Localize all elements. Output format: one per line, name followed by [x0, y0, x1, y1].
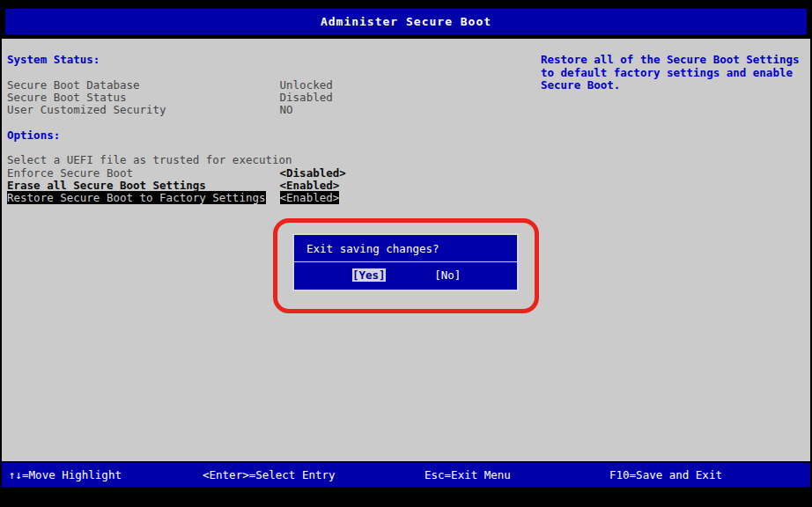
highlighted-value: <Enabled>	[280, 191, 340, 204]
status-value: Unlocked	[280, 79, 333, 92]
status-label: User Customized Security	[7, 104, 273, 116]
highlighted-label: Restore Secure Boot to Factory Settings	[7, 191, 266, 204]
help-panel: Restore all of the Secure Boot Settings …	[541, 54, 807, 92]
bios-screen: Administer Secure Boot System Status: Se…	[0, 0, 812, 507]
page-title: Administer Secure Boot	[5, 9, 807, 34]
system-status-heading: System Status:	[2, 54, 530, 66]
hint-select-entry: <Enter>=Select Entry	[203, 463, 336, 487]
option-enforce-secure-boot[interactable]: Enforce Secure Boot <Disabled>	[2, 167, 530, 180]
option-label: Restore Secure Boot to Factory Settings	[7, 192, 273, 204]
help-line: Secure Boot.	[541, 79, 807, 92]
dialog-buttons: [Yes] [No]	[294, 262, 517, 282]
exit-dialog: Exit saving changes? [Yes] [No]	[292, 233, 519, 291]
hint-move-highlight: ↑↓=Move Highlight	[9, 463, 122, 487]
yes-button[interactable]: [Yes]	[352, 268, 386, 282]
status-row-boot-status: Secure Boot Status Disabled	[2, 92, 530, 104]
option-value: <Enabled>	[280, 180, 340, 192]
option-value: <Enabled>	[280, 192, 340, 204]
hint-save-and-exit: F10=Save and Exit	[609, 463, 722, 487]
option-value: <Disabled>	[280, 167, 346, 180]
help-line: to default factory settings and enable	[541, 67, 807, 80]
option-restore-factory-settings-selected[interactable]: Restore Secure Boot to Factory Settings …	[2, 192, 530, 204]
settings-column: System Status: Secure Boot Database Unlo…	[2, 54, 530, 205]
status-row-customized-security: User Customized Security NO	[2, 104, 530, 116]
option-label: Select a UEFI file as trusted for execut…	[7, 154, 273, 166]
option-select-uefi-file[interactable]: Select a UEFI file as trusted for execut…	[2, 154, 530, 166]
options-heading: Options:	[2, 129, 530, 142]
option-erase-secure-boot-settings[interactable]: Erase all Secure Boot Settings <Enabled>	[2, 180, 530, 192]
status-value: Disabled	[280, 92, 333, 104]
option-label: Erase all Secure Boot Settings	[7, 180, 273, 192]
spacer	[2, 66, 530, 78]
help-line: Restore all of the Secure Boot Settings	[541, 54, 807, 67]
main-area: System Status: Secure Boot Database Unlo…	[2, 39, 810, 461]
status-label: Secure Boot Database	[7, 79, 273, 92]
dialog-prompt: Exit saving changes?	[294, 235, 517, 261]
no-button[interactable]: [No]	[434, 268, 461, 282]
footer-bar: ↑↓=Move Highlight <Enter>=Select Entry E…	[2, 463, 810, 487]
spacer	[2, 142, 530, 154]
hint-exit-menu: Esc=Exit Menu	[424, 463, 511, 487]
status-row-database: Secure Boot Database Unlocked	[2, 79, 530, 92]
spacer	[2, 116, 530, 129]
status-label: Secure Boot Status	[7, 92, 273, 104]
option-label: Enforce Secure Boot	[7, 167, 273, 180]
status-value: NO	[280, 104, 293, 116]
